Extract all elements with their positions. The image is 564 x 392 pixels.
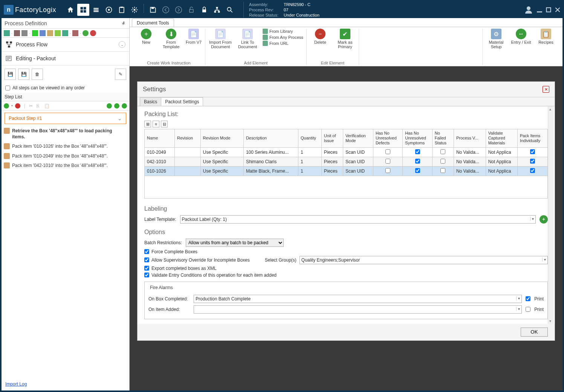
grid-checkbox[interactable] [530, 159, 535, 164]
grid-checkbox[interactable] [415, 159, 420, 164]
from-template-button[interactable]: ⬇From Template [160, 29, 182, 49]
on-item-added-combo[interactable] [194, 305, 522, 314]
tool-icon[interactable] [21, 30, 28, 36]
recipes-button[interactable]: 📋Recipes [535, 29, 556, 44]
back-icon[interactable] [160, 4, 172, 16]
tab-document-tools[interactable]: Document Tools [132, 18, 174, 27]
minimize-icon[interactable] [537, 7, 542, 12]
down-icon[interactable] [122, 103, 127, 109]
tool-icon[interactable] [4, 30, 10, 36]
scrollbar[interactable] [548, 106, 554, 324]
grid-checkbox[interactable] [385, 159, 390, 164]
process-flow-section[interactable]: Process Flow ⌄ [2, 38, 129, 52]
material-setup-button[interactable]: ⚙Material Setup [486, 29, 507, 49]
grid-checkbox[interactable] [440, 159, 445, 164]
edit-icon[interactable]: ✎ [115, 69, 126, 80]
target-icon[interactable] [103, 4, 115, 16]
substep[interactable]: Pack item '010-1026' into the Box '48"x4… [2, 142, 129, 152]
from-url-button[interactable]: From URL [263, 41, 303, 46]
tool-icon[interactable] [62, 30, 68, 36]
grid-icon[interactable] [77, 4, 89, 16]
tool-icon[interactable] [72, 30, 78, 36]
forward-icon[interactable] [173, 4, 185, 16]
save-icon[interactable]: 💾 [5, 69, 16, 80]
remove-icon[interactable] [15, 103, 20, 109]
home-icon[interactable] [64, 4, 76, 16]
batch-restrictions-select[interactable]: Allow units from any batch to be packed [186, 239, 284, 247]
step-packout-1[interactable]: Packout Step #1 ⌄ [5, 113, 126, 124]
grid-checkbox[interactable] [440, 168, 445, 173]
tab-basics[interactable]: Basics [140, 97, 161, 106]
refresh-icon[interactable] [107, 103, 112, 109]
chevron-down-icon[interactable]: ⌄ [119, 41, 125, 48]
import-doc-button[interactable]: 📄Import From Document [208, 29, 232, 49]
grid-checkbox[interactable] [385, 168, 390, 173]
table-row[interactable]: 042-1010Use SpecificShimano Claris1Piece… [145, 157, 548, 166]
ok-button[interactable]: OK [521, 328, 548, 337]
grid-checkbox[interactable] [415, 149, 420, 154]
stack-icon[interactable] [90, 4, 102, 16]
table-row[interactable]: 010-2049Use Specific100 Series Aluminu..… [145, 147, 548, 157]
link-doc-button[interactable]: 📄Link To Document [236, 29, 259, 49]
select-groups-combo[interactable]: Quality Engineers;Supervisor [300, 256, 548, 264]
tool-icon[interactable] [47, 30, 53, 36]
search-icon[interactable] [224, 4, 236, 16]
cut-icon[interactable]: ✂ [29, 103, 34, 109]
tool-icon[interactable] [32, 30, 38, 36]
substep[interactable]: Retrieve the Box '48"x48"x48"' to load p… [2, 126, 129, 142]
tool-icon[interactable] [40, 30, 46, 36]
save-as-icon[interactable]: 💾 [18, 69, 29, 80]
grid-checkbox[interactable] [385, 149, 390, 154]
validate-entry-checkbox[interactable] [144, 273, 149, 277]
save-icon[interactable] [147, 4, 159, 16]
editing-section[interactable]: Editing - Packout [2, 52, 129, 66]
label-template-combo[interactable]: Packout Label (Qty: 1) [180, 215, 536, 224]
add-icon[interactable] [4, 103, 9, 109]
up-icon[interactable] [114, 103, 119, 109]
grid-tool-icon[interactable]: ⊞ [144, 121, 151, 127]
entry-exit-button[interactable]: ↔Entry / Exit [511, 29, 532, 44]
on-box-completed-combo[interactable]: Production Batch Complete [194, 295, 522, 303]
grid-checkbox[interactable] [530, 149, 535, 154]
from-library-button[interactable]: From Library [263, 29, 303, 34]
pin-icon[interactable] [121, 21, 126, 26]
force-complete-checkbox[interactable] [144, 249, 149, 254]
unlock-icon[interactable] [185, 4, 197, 16]
gear-icon[interactable] [128, 4, 141, 16]
export-xml-checkbox[interactable] [144, 266, 149, 271]
substep[interactable]: Pack item '042-1010' into the Box '48"x4… [2, 161, 129, 171]
close-icon[interactable]: ✕ [543, 86, 549, 93]
copy-icon[interactable]: ⎘ [37, 103, 42, 109]
close-icon[interactable] [555, 7, 560, 12]
tool-icon[interactable] [90, 30, 96, 36]
maximize-icon[interactable] [546, 7, 551, 12]
hierarchy-icon[interactable] [211, 4, 223, 16]
tool-icon[interactable] [83, 30, 89, 36]
from-any-process-button[interactable]: From Any Process [263, 35, 303, 40]
tool-icon[interactable] [55, 30, 61, 36]
grid-checkbox[interactable] [530, 168, 535, 173]
paste-icon[interactable]: 📋 [44, 103, 49, 109]
print-box-checkbox[interactable] [526, 296, 530, 301]
mark-primary-button[interactable]: ✔Mark as Primary [335, 29, 356, 49]
import-log-link[interactable]: Import Log [5, 381, 27, 387]
table-row[interactable]: 010-1026Use SpecificMatte Black, Frame..… [145, 166, 548, 176]
supervisory-override-checkbox[interactable] [144, 257, 149, 262]
new-button[interactable]: ＋New [136, 29, 157, 44]
lock-icon[interactable] [198, 4, 210, 16]
print-item-checkbox[interactable] [526, 307, 530, 312]
delete-button[interactable]: －Delete [310, 29, 331, 44]
tool-icon[interactable] [14, 30, 20, 36]
grid-checkbox[interactable] [440, 149, 445, 154]
delete-icon[interactable]: 🗑 [32, 69, 43, 80]
tab-packout-settings[interactable]: Packout Settings [161, 97, 203, 106]
user-icon[interactable] [524, 5, 533, 14]
substep[interactable]: Pack item '010-2049' into the Box '48"x4… [2, 152, 129, 161]
all-steps-checkbox[interactable] [5, 86, 10, 90]
grid-tool-icon[interactable]: ⊟ [161, 121, 168, 127]
add-label-button[interactable]: ＋ [540, 215, 548, 224]
from-v7-button[interactable]: 📄From V7 [185, 29, 202, 44]
grid-tool-icon[interactable]: ≡ [153, 121, 159, 127]
grid-checkbox[interactable] [415, 168, 420, 173]
clipboard-icon[interactable] [116, 4, 128, 16]
